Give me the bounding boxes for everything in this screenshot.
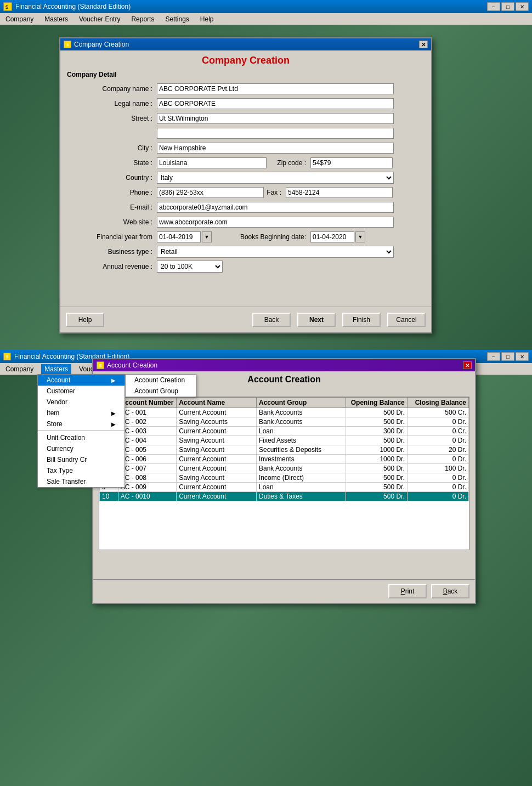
masters-sale-transfer-item[interactable]: Sale Transfer [38, 476, 124, 487]
table-row[interactable]: 5 AC - 005 Saving Account Securities & D… [100, 445, 469, 455]
account-dialog-footer: Print Back [93, 579, 475, 603]
masters-unit-creation-item[interactable]: Unit Creation [38, 432, 124, 443]
bottom-menu-masters[interactable]: Masters [41, 364, 71, 374]
account-dialog-title-bar: $ Account Creation ✕ [93, 359, 475, 371]
bottom-maximize-button[interactable]: □ [501, 352, 514, 361]
country-select[interactable]: Italy USA UK [157, 172, 394, 184]
back-button[interactable]: Back [252, 313, 291, 327]
financial-year-row: Financial year from ▼ Books Beginning da… [69, 231, 422, 243]
bottom-minimize-button[interactable]: − [487, 352, 500, 361]
phone-label: Phone : [69, 189, 157, 196]
col-account-group: Account Group [257, 398, 346, 408]
company-name-input[interactable] [157, 83, 394, 94]
account-dialog-close[interactable]: ✕ [463, 361, 472, 369]
accounts-table: S. Account Number Account Name Account G… [99, 397, 469, 501]
back-underline: Back [443, 587, 458, 595]
fax-input[interactable] [286, 187, 393, 198]
account-dialog-icon: $ [97, 361, 104, 369]
next-button[interactable]: Next [297, 313, 336, 327]
bottom-app-icon: $ [3, 353, 11, 360]
menu-company[interactable]: Company [2, 14, 37, 24]
help-button[interactable]: Help [66, 313, 104, 327]
table-row[interactable]: 9 AC - 009 Current Account Loan 500 Dr. … [100, 483, 469, 492]
books-begin-input[interactable] [310, 231, 354, 242]
company-name-label: Company name : [69, 85, 157, 93]
email-label: E-mail : [69, 203, 157, 211]
city-input[interactable] [157, 143, 394, 154]
company-dialog-close[interactable]: ✕ [419, 41, 428, 48]
business-type-row: Business type : Retail Wholesale Manufac… [69, 246, 422, 258]
masters-customer-item[interactable]: Customer [38, 386, 124, 397]
company-dialog-footer: Help Back Next Finish Cancel [60, 307, 431, 332]
menu-settings[interactable]: Settings [162, 14, 192, 24]
col-account-number: Account Number [118, 398, 177, 408]
menu-voucher-entry[interactable]: Voucher Entry [76, 14, 123, 24]
city-row: City : [69, 142, 422, 154]
company-dialog-title: Company Creation [74, 41, 129, 48]
company-creation-dialog: $ Company Creation ✕ Company Creation Co… [59, 37, 432, 333]
table-row[interactable]: 4 AC - 004 Saving Account Fixed Assets 5… [100, 436, 469, 445]
website-row: Web site : [69, 216, 422, 228]
email-row: E-mail : [69, 201, 422, 213]
menu-reports[interactable]: Reports [128, 14, 157, 24]
legal-name-label: Legal name : [69, 100, 157, 108]
masters-bill-sundry-item[interactable]: Bill Sundry Cr [38, 454, 124, 465]
masters-account-item[interactable]: Account ▶ [38, 375, 124, 386]
top-title-bar: $ Financial Accounting (Standard Edition… [0, 0, 532, 13]
fy-calendar-btn[interactable]: ▼ [202, 231, 212, 242]
phone-input[interactable] [157, 187, 264, 198]
close-button[interactable]: ✕ [516, 2, 529, 11]
col-opening-balance: Opening Balance [346, 398, 407, 408]
maximize-button[interactable]: □ [501, 2, 514, 11]
masters-currency-item[interactable]: Currency [38, 443, 124, 454]
books-calendar-btn[interactable]: ▼ [355, 231, 365, 242]
masters-store-item[interactable]: Store ▶ [38, 419, 124, 429]
email-input[interactable] [157, 202, 394, 213]
table-row[interactable]: 10 AC - 0010 Current Account Duties & Ta… [100, 492, 469, 501]
annual-revenue-select[interactable]: 20 to 100K 100K to 1M 1M+ [157, 261, 223, 273]
street-label: Street : [69, 115, 157, 122]
street-input[interactable] [157, 113, 394, 124]
legal-name-input[interactable] [157, 98, 394, 109]
state-input[interactable] [157, 157, 267, 168]
website-label: Web site : [69, 218, 157, 226]
fax-label: Fax : [264, 189, 286, 196]
table-row[interactable]: 3 AC - 003 Current Account Loan 300 Dr. … [100, 427, 469, 436]
finish-button[interactable]: Finish [342, 313, 381, 327]
account-dialog-title: Account Creation [107, 361, 157, 369]
company-section-label: Company Detail [60, 69, 431, 81]
annual-revenue-row: Annual revenue : 20 to 100K 100K to 1M 1… [69, 261, 422, 273]
table-row[interactable]: 7 AC - 007 Current Account Bank Accounts… [100, 464, 469, 473]
city-label: City : [69, 144, 157, 152]
masters-vendor-item[interactable]: Vendor [38, 397, 124, 408]
street2-input[interactable] [157, 128, 394, 139]
table-row[interactable]: 2 AC - 002 Saving Accounts Bank Accounts… [100, 417, 469, 427]
account-group-item[interactable]: Account Group [126, 386, 196, 397]
masters-item-item[interactable]: Item ▶ [38, 408, 124, 419]
bottom-window: $ Financial Accounting (Standard Edition… [0, 350, 532, 786]
zip-input[interactable] [310, 157, 393, 168]
menu-help[interactable]: Help [197, 14, 217, 24]
business-type-select[interactable]: Retail Wholesale Manufacturing [157, 246, 394, 258]
account-creation-item[interactable]: Account Creation [126, 375, 196, 386]
state-zip-row: State : Zip code : [69, 157, 422, 169]
website-input[interactable] [157, 217, 394, 228]
fy-from-input[interactable] [157, 231, 201, 242]
account-back-button[interactable]: Back [431, 584, 469, 598]
table-row[interactable]: 8 AC - 008 Saving Account Income (Direct… [100, 473, 469, 483]
account-print-button[interactable]: Print [388, 584, 427, 598]
menu-masters[interactable]: Masters [41, 14, 71, 24]
bottom-menu-company[interactable]: Company [2, 364, 37, 374]
bottom-close-button[interactable]: ✕ [516, 352, 529, 361]
masters-tax-type-item[interactable]: Tax Type [38, 465, 124, 476]
company-dialog-heading: Company Creation [60, 50, 431, 69]
company-name-row: Company name : [69, 83, 422, 95]
table-row[interactable]: 6 AC - 006 Current Account Investments 1… [100, 455, 469, 464]
street2-row [69, 127, 422, 139]
table-row[interactable]: 1 AC - 001 Current Account Bank Accounts… [100, 408, 469, 417]
cancel-button[interactable]: Cancel [387, 313, 426, 327]
annual-revenue-label: Annual revenue : [69, 263, 157, 270]
minimize-button[interactable]: − [487, 2, 500, 11]
account-submenu-arrow: ▶ [111, 377, 116, 383]
store-submenu-arrow: ▶ [111, 421, 116, 427]
